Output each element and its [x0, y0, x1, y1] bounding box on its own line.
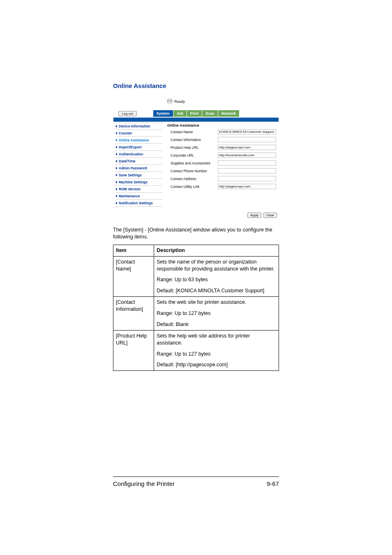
label-product-help-url: Product Help URL	[171, 146, 218, 150]
cell-desc-contact-name: Sets the name of the person or organizat…	[154, 256, 279, 274]
intro-text: The [System] - [Online Assistance] windo…	[113, 227, 279, 240]
row-contact-address: Contact Address	[171, 176, 276, 181]
apply-button[interactable]: Apply	[247, 213, 261, 218]
input-contact-phone[interactable]	[218, 168, 276, 173]
row-corporate-url: Corporate URL	[171, 153, 276, 158]
label-contact-utility-link: Contact Utility Link	[171, 185, 218, 189]
divider-bar	[113, 118, 279, 122]
sidebar-item-import-export[interactable]: Import/Export	[116, 144, 162, 151]
cell-default-contact-name: Default: [KONICA MINOLTA Customer Suppor…	[154, 285, 279, 296]
row-contact-information: Contact Information	[171, 137, 276, 142]
cell-item-contact-information: [Contact Information]	[113, 297, 154, 331]
input-contact-utility-link[interactable]	[218, 184, 276, 189]
cell-desc-product-help-url: Sets the help web site address for print…	[154, 330, 279, 348]
cell-item-product-help-url: [Product Help URL]	[113, 330, 154, 371]
tab-system[interactable]: System	[153, 110, 173, 117]
th-description: Description	[154, 245, 279, 256]
embedded-ui-screenshot: Ready Log out System Job Print Scan Netw…	[113, 93, 279, 218]
input-contact-name[interactable]	[218, 129, 276, 134]
description-table: Item Description [Contact Name] Sets the…	[113, 245, 279, 371]
sidebar-item-online-assistance[interactable]: Online Assistance	[116, 137, 162, 144]
input-product-help-url[interactable]	[218, 145, 276, 150]
cell-item-contact-name: [Contact Name]	[113, 256, 154, 297]
sidebar: Device Information Counter Online Assist…	[113, 122, 165, 209]
footer-left: Configuring the Printer	[113, 480, 175, 487]
printer-icon	[167, 99, 174, 104]
label-contact-name: Contact Name	[171, 130, 218, 134]
label-supplies-accessories: Supplies and Accessories	[171, 161, 218, 165]
th-item: Item	[113, 245, 154, 256]
tab-scan[interactable]: Scan	[202, 110, 218, 117]
sidebar-item-rom-version[interactable]: ROM Version	[116, 186, 162, 193]
sidebar-item-machine-settings[interactable]: Machine Settings	[116, 179, 162, 186]
cell-range-contact-information: Range: Up to 127 bytes	[154, 308, 279, 319]
row-contact-utility-link: Contact Utility Link	[171, 184, 276, 189]
cell-desc-contact-information: Sets the web site for printer assistance…	[154, 297, 279, 308]
sidebar-item-notification-settings[interactable]: Notification Settings	[116, 200, 162, 207]
label-contact-address: Contact Address	[171, 177, 218, 181]
row-contact-name: Contact Name	[171, 129, 276, 134]
cell-default-contact-information: Default: Blank	[154, 319, 279, 330]
logout-button[interactable]: Log out	[118, 111, 137, 116]
sidebar-item-authentication[interactable]: Authentication	[116, 151, 162, 158]
clear-button[interactable]: Clear	[263, 213, 277, 218]
sidebar-item-counter[interactable]: Counter	[116, 130, 162, 137]
tab-print[interactable]: Print	[187, 110, 203, 117]
tab-network[interactable]: Network	[218, 110, 240, 117]
input-supplies-accessories[interactable]	[218, 160, 276, 166]
row-contact-phone: Contact Phone Number	[171, 168, 276, 173]
row-supplies-accessories: Supplies and Accessories	[171, 160, 276, 166]
section-title: Online Assistance	[113, 82, 279, 89]
svg-rect-2	[168, 102, 171, 103]
sidebar-item-admin-password[interactable]: Admin Password	[116, 165, 162, 172]
input-contact-information[interactable]	[218, 137, 276, 142]
cell-range-product-help-url: Range: Up to 127 bytes	[154, 349, 279, 360]
label-contact-information: Contact Information	[171, 138, 218, 142]
label-corporate-url: Corporate URL	[171, 153, 218, 157]
cell-default-product-help-url: Default: [http://pagescope.com]	[154, 359, 279, 370]
tab-bar: System Job Print Scan Network	[153, 110, 240, 117]
panel-title: Online Assistance	[167, 123, 276, 127]
tab-job[interactable]: Job	[173, 110, 187, 117]
input-contact-address[interactable]	[218, 176, 276, 181]
label-contact-phone: Contact Phone Number	[171, 169, 218, 173]
status-text: Ready	[174, 99, 185, 104]
footer-right: 9-67	[267, 480, 279, 487]
row-product-help-url: Product Help URL	[171, 145, 276, 150]
sidebar-item-device-information[interactable]: Device Information	[116, 123, 162, 130]
sidebar-item-save-settings[interactable]: Save Settings	[116, 172, 162, 179]
sidebar-item-date-time[interactable]: Date/Time	[116, 158, 162, 165]
svg-rect-1	[168, 99, 171, 100]
main-panel: Online Assistance Contact Name Contact I…	[165, 122, 279, 209]
page-footer: Configuring the Printer 9-67	[113, 476, 279, 487]
cell-range-contact-name: Range: Up to 63 bytes	[154, 274, 279, 285]
input-corporate-url[interactable]	[218, 153, 276, 158]
sidebar-item-maintenance[interactable]: Maintenance	[116, 193, 162, 200]
